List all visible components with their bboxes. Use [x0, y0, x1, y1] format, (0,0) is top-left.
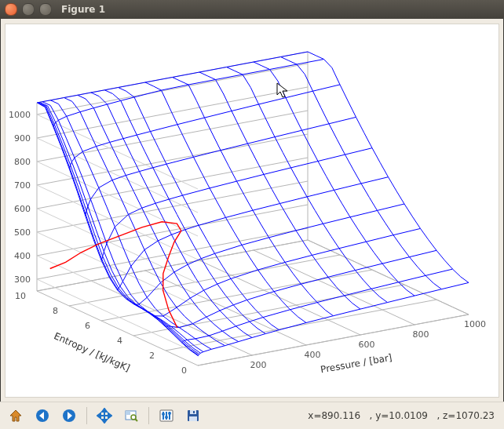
pan-icon: [97, 408, 112, 424]
close-icon[interactable]: [5, 3, 17, 16]
zoom-icon: [123, 408, 139, 424]
svg-line-32: [37, 138, 198, 213]
back-button[interactable]: [31, 405, 53, 427]
separator: [148, 407, 149, 424]
pan-button[interactable]: [93, 405, 115, 427]
home-button[interactable]: [5, 405, 27, 427]
svg-text:200: 200: [250, 360, 267, 370]
svg-text:Pressure / [bar]: Pressure / [bar]: [320, 352, 393, 376]
svg-text:600: 600: [359, 340, 375, 350]
svg-text:1000: 1000: [464, 319, 486, 329]
svg-line-63: [135, 419, 137, 421]
svg-line-22: [37, 256, 198, 330]
svg-text:4: 4: [117, 336, 122, 346]
forward-icon: [61, 408, 77, 424]
svg-text:8: 8: [53, 306, 58, 316]
svg-text:400: 400: [14, 251, 31, 261]
svg-point-69: [165, 416, 168, 419]
titlebar: Figure 1: [0, 0, 504, 19]
svg-point-68: [162, 413, 165, 416]
svg-text:800: 800: [14, 157, 31, 167]
svg-rect-74: [193, 411, 195, 413]
maximize-icon[interactable]: [39, 3, 52, 16]
svg-text:0: 0: [181, 365, 187, 376]
window-title: Figure 1: [61, 4, 105, 15]
toolbar: x=890.116 , y=10.0109 , z=1070.23: [0, 402, 504, 429]
svg-text:400: 400: [305, 350, 321, 360]
svg-line-29: [37, 111, 308, 162]
svg-line-28: [37, 185, 198, 260]
save-icon: [185, 408, 201, 424]
cursor-coordinates: x=890.116 , y=10.0109 , z=1070.23: [308, 410, 499, 421]
svg-text:700: 700: [14, 180, 31, 191]
svg-text:900: 900: [14, 133, 31, 144]
svg-text:10: 10: [15, 291, 26, 301]
svg-text:300: 300: [14, 274, 31, 285]
svg-rect-73: [189, 416, 197, 421]
save-button[interactable]: [182, 405, 204, 427]
forward-button[interactable]: [58, 405, 80, 427]
svg-text:6: 6: [85, 321, 90, 331]
svg-text:800: 800: [413, 329, 429, 340]
svg-point-70: [168, 412, 171, 415]
zoom-button[interactable]: [120, 405, 142, 427]
configure-icon: [159, 408, 174, 424]
home-icon: [8, 408, 24, 424]
configure-button[interactable]: [155, 405, 177, 427]
svg-line-33: [37, 64, 308, 115]
back-icon: [35, 408, 50, 424]
separator: [86, 407, 87, 424]
minimize-icon[interactable]: [22, 3, 35, 16]
plot-3d[interactable]: 2004006008001000024681030040050060070080…: [5, 24, 499, 398]
svg-text:1000: 1000: [9, 110, 31, 120]
svg-text:600: 600: [14, 204, 31, 214]
svg-text:2: 2: [149, 351, 155, 361]
svg-text:500: 500: [14, 227, 31, 238]
